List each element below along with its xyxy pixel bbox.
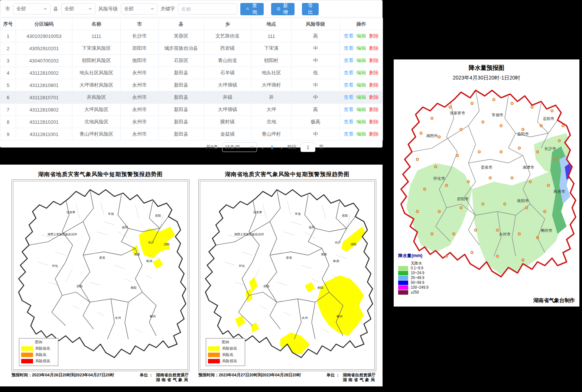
unit-orgs: 湖南省自然资源厅 湖南省气象局	[156, 373, 189, 382]
city-label: 湘西土家族苗族自治州	[48, 233, 77, 236]
page-size-select[interactable]: 15条/页	[222, 142, 257, 152]
export-button[interactable]: 导出	[302, 3, 319, 15]
cell-operations: 查看编辑删除	[340, 116, 383, 128]
keyword-input[interactable]	[178, 3, 237, 14]
view-link[interactable]: 查看	[344, 58, 354, 63]
city-label: 娄底	[286, 256, 292, 259]
risk-table-body: 143010290100531111长沙市芙蓉区文艺路街道111高查看编辑删除2…	[0, 30, 383, 140]
view-link[interactable]: 查看	[344, 70, 354, 75]
risk-level-select[interactable]: 全部	[121, 3, 157, 14]
cell-no: 1	[0, 30, 16, 42]
county-select[interactable]: 全部	[61, 3, 95, 14]
prev-page-button[interactable]: ‹	[261, 144, 265, 150]
city-label: 衡阳市	[517, 199, 529, 203]
legend-swatch	[398, 281, 408, 285]
city-label: 张家界	[253, 211, 262, 214]
precip-map-panel: 降水量预报图 2023年4月30日20时-1日20时 张家界市常德市岳阳市湘西州…	[394, 59, 579, 307]
trend-map-1: 湖南省地质灾害气象风险中短期预警预报趋势图	[12, 171, 189, 386]
view-link[interactable]: 查看	[344, 119, 354, 124]
cell-code: 43112810802	[16, 104, 72, 116]
column-header: 操作	[340, 18, 383, 30]
city-label: 郴州市	[541, 229, 552, 233]
trend-map-1-legend: 图例 风险较高风险高风险很高	[19, 338, 58, 366]
table-row: 143010290100531111长沙市芙蓉区文艺路街道111高查看编辑删除	[0, 30, 383, 42]
city-label: 湘西土家族苗族自治州	[234, 233, 264, 236]
city-label: 湘西州	[426, 133, 438, 137]
delete-link[interactable]: 删除	[369, 58, 379, 63]
legend-item: 风险较高	[21, 346, 56, 351]
add-button[interactable]: 新增	[271, 3, 295, 15]
legend-label: 50~99.9	[411, 281, 424, 285]
city-label: 浏阳	[164, 243, 170, 246]
edit-link[interactable]: 编辑	[357, 94, 366, 100]
cell-place: 北地	[251, 116, 292, 128]
delete-link[interactable]: 删除	[369, 94, 379, 100]
edit-link[interactable]: 编辑	[357, 131, 366, 137]
trend-maps-section: 湖南省地质灾害气象风险中短期预警预报趋势图	[0, 165, 383, 386]
delete-link[interactable]: 删除	[369, 82, 379, 88]
delete-link[interactable]: 删除	[369, 119, 379, 124]
legend-swatch	[21, 353, 33, 357]
column-header: 市	[121, 18, 159, 30]
city-label: 株洲	[333, 259, 339, 263]
county-filter-label: 县	[53, 6, 58, 12]
view-link[interactable]: 查看	[344, 45, 354, 51]
edit-link[interactable]: 编辑	[357, 70, 366, 75]
edit-link[interactable]: 编辑	[357, 58, 366, 63]
precip-map-subtitle: 2023年4月30日20时-1日20时	[394, 75, 579, 81]
view-link[interactable]: 查看	[344, 82, 354, 88]
column-header: 乡	[204, 18, 251, 30]
chevron-down-icon	[43, 8, 47, 10]
edit-link[interactable]: 编辑	[357, 45, 366, 51]
edit-link[interactable]: 编辑	[357, 107, 366, 112]
trend-map-2-title: 湖南省地质灾害气象风险中短期预警预报趋势图	[198, 171, 376, 178]
search-icon	[246, 7, 249, 11]
cell-risk: 中	[292, 55, 340, 67]
cell-code: 4301029010053	[16, 30, 72, 42]
unit-label: 单位 ：	[140, 373, 153, 382]
legend-item: 50~99.9	[398, 280, 429, 285]
table-row: 543112810801大坪塘村风险区永州市新田县大坪塘镇大坪塘村中查看编辑删除	[0, 79, 383, 91]
view-link[interactable]: 查看	[344, 33, 354, 39]
view-link[interactable]: 查看	[344, 131, 354, 137]
cell-county: 新田县	[159, 79, 204, 91]
next-page-button[interactable]: ›	[279, 144, 283, 150]
cell-place: 大坪	[251, 104, 292, 116]
legend-swatch	[208, 346, 220, 351]
risk-area-panel: 市 全部 县 全部 风险等级 全部 关键字	[0, 0, 383, 148]
cell-no: 7	[0, 104, 16, 116]
city-filter-label: 市	[5, 6, 10, 12]
cell-operations: 查看编辑删除	[340, 91, 383, 104]
city-label: 怀化市	[433, 176, 445, 181]
city-label: 永州	[302, 317, 308, 320]
city-label: 郴州	[150, 315, 156, 318]
cell-operations: 查看编辑删除	[340, 30, 383, 42]
cell-risk: 中	[292, 128, 340, 140]
view-link[interactable]: 查看	[344, 107, 354, 112]
delete-link[interactable]: 删除	[369, 33, 379, 39]
column-header: 序号	[0, 18, 16, 30]
legend-item: 风险高	[21, 352, 56, 357]
view-link[interactable]: 查看	[344, 94, 354, 100]
pagination: 共9条 15条/页 ‹ 1 › 前往 页	[0, 140, 383, 154]
cell-name: 大坪塘村风险区	[72, 79, 121, 91]
edit-link[interactable]: 编辑	[357, 82, 366, 88]
action-buttons: 查询 新增 导出	[240, 3, 319, 15]
delete-link[interactable]: 删除	[369, 107, 379, 112]
search-button[interactable]: 查询	[240, 3, 264, 15]
delete-link[interactable]: 删除	[369, 45, 379, 51]
cell-town: 石羊镇	[204, 67, 251, 79]
jump-page-input[interactable]	[300, 142, 315, 152]
cell-place: 朝阳村	[251, 55, 292, 67]
cell-county: 城步苗族自治县	[159, 42, 204, 55]
cell-risk: 极高	[292, 116, 340, 128]
delete-link[interactable]: 删除	[369, 131, 379, 137]
city-select[interactable]: 全部	[13, 3, 51, 14]
current-page[interactable]: 1	[269, 145, 276, 150]
trend-map-2-frame: 张家界常德岳阳湘西土家族苗族自治州益阳长沙浏阳湘潭株洲娄底怀化邵阳衡阳永州郴州 …	[198, 179, 376, 371]
edit-link[interactable]: 编辑	[357, 33, 366, 39]
delete-link[interactable]: 删除	[369, 70, 379, 75]
cell-operations: 查看编辑删除	[340, 42, 383, 55]
cell-place: 青山坪村	[251, 128, 292, 140]
edit-link[interactable]: 编辑	[357, 119, 366, 124]
